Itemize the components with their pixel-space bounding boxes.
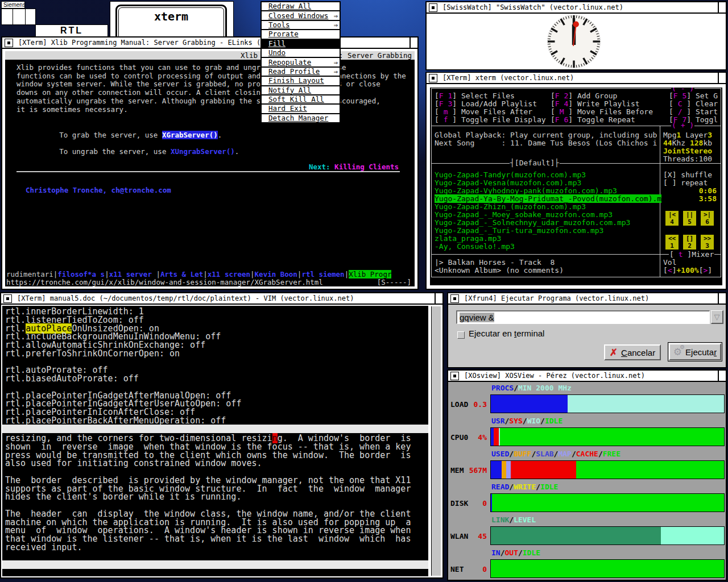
meter-header-part: WRITE <box>514 483 536 491</box>
iconify-icon <box>7 41 10 44</box>
iconify-icon <box>432 6 435 9</box>
playlist-track[interactable]: Yugo-Zapad_-_Turi-tura_muzofon.com.mp3 <box>435 227 603 235</box>
button-key: 2 <box>683 242 696 250</box>
elinks-tab[interactable]: Arts & Let <box>160 270 203 278</box>
elinks-tab[interactable]: Kevin Boon <box>255 270 297 278</box>
playlist-track[interactable]: Yugo-Zapad_-_Solnechnyy_udar_muzofon.com… <box>435 219 630 227</box>
player-button-6[interactable]: >|6 <box>701 211 714 226</box>
menu-item[interactable]: Detach Manager <box>260 113 341 123</box>
rtl-logo-button[interactable]: RTL <box>35 24 108 37</box>
player-button-5[interactable]: ||5 <box>683 211 696 226</box>
elinks-tab[interactable]: rudimentari <box>6 270 53 278</box>
codec-line: Mpg1 Layer3 <box>663 131 712 139</box>
meter-bar <box>490 526 725 545</box>
vim-seg: rtl.preferToShrinkOnCornerOpen: on <box>5 348 180 359</box>
bracket: [ <box>663 266 668 275</box>
run-in-terminal-checkbox[interactable] <box>457 331 465 339</box>
playlist-track[interactable]: Yugo-Zapad-Vesna(muzofon.com).mp3 <box>435 179 581 187</box>
titlebar-end-button[interactable] <box>435 293 442 304</box>
player-button-4[interactable]: |<4 <box>665 211 679 226</box>
iconify-button[interactable] <box>5 39 13 47</box>
elinks-tab[interactable]: Xlib Progr <box>349 270 391 278</box>
codec-seg: Mpg <box>663 131 676 139</box>
track-name: Yugo-Zapad-Zhizn_(muzofon.com).mp3 <box>435 202 586 211</box>
xosview-window: [XOsview] XOSView - Pérez (vector.linux.… <box>447 369 727 581</box>
playlist-track[interactable]: Yugo-Zapad-Zhizn_(muzofon.com).mp3 <box>435 203 586 211</box>
vim-seg: hides the client's border while it is ru… <box>5 492 241 502</box>
key-name: f <box>439 115 452 124</box>
titlebar-end-button[interactable] <box>410 38 417 48</box>
xungrabserver-link[interactable]: XUngrabServer() <box>171 147 235 156</box>
mixer-label[interactable]: [ t ]Mixer <box>669 251 714 259</box>
player-button-3[interactable]: >>3 <box>701 235 714 250</box>
run-button[interactable]: ⚙⚙ Ejecutar <box>669 343 721 360</box>
label-text: Ejecutar en <box>469 329 514 338</box>
player-window: [XTerm] xterm (vector.linux.net) ( - ) (… <box>425 72 727 290</box>
command-input[interactable]: gqview & <box>456 310 710 324</box>
playlist-track[interactable]: -Ay, Consuelo!.mp3 <box>435 243 515 251</box>
vim-titlebar[interactable]: [XTerm] manual5.doc (~/documentos/temp/r… <box>1 293 442 305</box>
tab-separator: | <box>345 270 349 278</box>
cancel-button[interactable]: ✗ Cancelar <box>604 344 661 360</box>
window-title: [XTerm] xterm (vector.linux.net) <box>442 74 574 82</box>
codec-seg: 44 <box>663 139 672 147</box>
xgrabserver-link[interactable]: XGrabServer() <box>162 131 218 139</box>
player-terminal: ( - ) ( + ) [F 1] Select Files[F 2] Add … <box>430 88 722 285</box>
key-name: F 1 <box>439 92 452 100</box>
scrollbar[interactable] <box>431 306 441 576</box>
key-name: C <box>673 99 686 108</box>
track-name: zlata_praga.mp3 <box>435 234 501 243</box>
track-name: Yugo-Zapad_-_Turi-tura_muzofon.com.mp3 <box>435 226 603 235</box>
swisswatch-window: [SwissWatch] "SwissWatch" (vector.linux.… <box>425 1 727 70</box>
repeat-toggle[interactable]: [ ] repeat <box>663 179 708 187</box>
titlebar-end-button[interactable] <box>718 293 726 304</box>
titlebar-end-button[interactable] <box>718 371 726 381</box>
bracket: [ <box>551 107 555 116</box>
vim-statusline-bottom: manual5.doc 200,53 8% <box>2 560 428 569</box>
elinks-tab[interactable]: x11 screen <box>208 270 250 278</box>
shuffle-toggle[interactable]: [X] shuffle <box>663 171 712 179</box>
key-name: F 2 <box>555 92 568 100</box>
vim-text-line: rtl.placePointerBackAfterMenuOperation: … <box>5 417 226 425</box>
menu-item-label: Read Profile <box>268 68 320 76</box>
meter-value: 4% <box>450 433 487 442</box>
iconify-button[interactable] <box>429 74 437 82</box>
window-title: [Xfrun4] Ejecutar Programa (vector.linux… <box>464 294 649 302</box>
author-link[interactable]: Christophe Tronche, ch@tronche.com <box>26 186 171 195</box>
playlist-track[interactable]: Yugo-Zapad_-_Moey_sobake_muzofon.com.mp3 <box>435 211 613 219</box>
menu-item-label: Prorate <box>268 30 299 38</box>
playlist-track[interactable]: Yugo-Zapad-Tandyr(muzofon.com).mp3 <box>435 171 586 179</box>
elinks-tab[interactable]: rtl siemen <box>301 270 344 278</box>
player-button-2[interactable]: []2 <box>683 235 696 250</box>
volume-down-icon[interactable]: < <box>668 266 672 275</box>
volume-control[interactable]: [<]+100%[>] <box>663 267 712 275</box>
xosview-titlebar[interactable]: [XOsview] XOSView - Pérez (vector.linux.… <box>448 371 726 382</box>
next-link[interactable]: Killing Clients <box>334 163 399 171</box>
player-button-1[interactable]: <<1 <box>665 235 679 250</box>
playlist-track[interactable]: Yugo-Zapad-Ya-By-Mog-Pridumat_-Povod(muz… <box>435 195 661 203</box>
iconify-button[interactable] <box>450 294 459 303</box>
elinks-tab[interactable]: filosof*a s <box>57 270 105 278</box>
titlebar-end-button[interactable] <box>718 73 726 83</box>
gear-icon-small: ⚙ <box>680 344 685 350</box>
meter-header: USR/SYS/WIO/IDLE <box>491 417 562 425</box>
swisswatch-titlebar[interactable]: [SwissWatch] "SwissWatch" (vector.linux.… <box>427 2 726 14</box>
codec-seg: JointStereo <box>663 147 712 155</box>
key-name: / <box>673 107 686 116</box>
iconify-button[interactable] <box>3 294 12 303</box>
elinks-tab[interactable]: x11 server <box>109 270 156 278</box>
iconify-button[interactable] <box>429 3 437 12</box>
key-name: F 7 <box>673 115 686 124</box>
titlebar-end-button[interactable] <box>718 2 726 13</box>
playlist-track[interactable]: Yugo-Zapad-Vyhodnoy-pank(muzofon.com).mp… <box>435 187 617 195</box>
playlist-track[interactable]: zlata_praga.mp3 <box>435 235 501 243</box>
key-name: F 3 <box>439 99 452 108</box>
xfrun-titlebar[interactable]: [Xfrun4] Ejecutar Programa (vector.linux… <box>448 293 726 305</box>
elinks-titlebar[interactable]: [XTerm] Xlib Programming Manual: Server … <box>2 38 417 49</box>
elinks-text-line: functions can be used to control process… <box>16 72 406 81</box>
iconify-button[interactable] <box>450 372 459 380</box>
scroll-percent: 4% <box>413 450 424 459</box>
meter-header-part: SYS <box>509 417 522 425</box>
player-titlebar[interactable]: [XTerm] xterm (vector.linux.net) <box>427 73 726 84</box>
history-dropdown-button[interactable]: ▽ <box>711 310 723 324</box>
